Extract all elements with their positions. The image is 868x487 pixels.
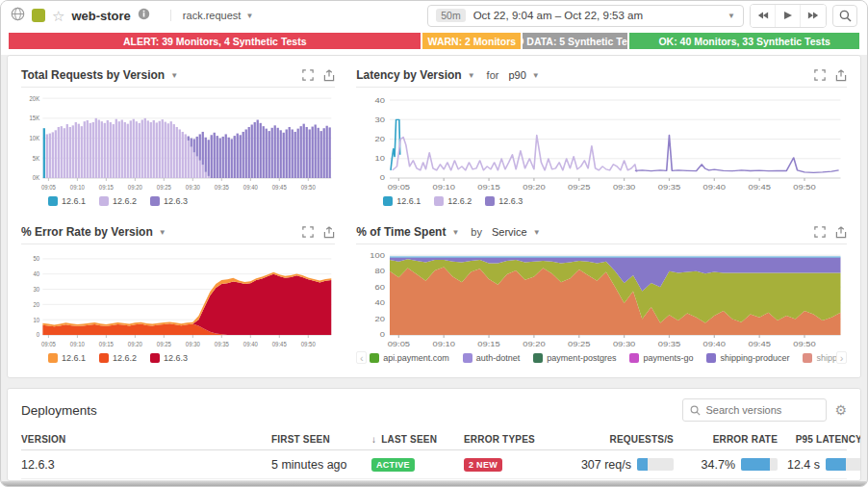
svg-text:09:50: 09:50 <box>794 340 817 348</box>
charts-card: Total Requests by Version ▼ 0K5K10K15K20… <box>7 55 861 378</box>
meter-bar <box>741 458 778 471</box>
legend-swatch <box>150 196 160 206</box>
chevron-down-icon: ▼ <box>245 12 253 20</box>
legend-label: auth-dotnet <box>476 353 521 363</box>
chart-error-rate[interactable]: 0102030405009:0509:1009:1509:2009:2509:3… <box>21 246 335 349</box>
monitor-status-segment[interactable]: ALERT: 39 Monitors, 4 Synthetic Tests <box>9 33 421 49</box>
legend-item-12.6.1[interactable]: 12.6.1 <box>48 353 86 363</box>
legend-item-api.payment.com[interactable]: api.payment.com <box>370 353 449 363</box>
svg-text:09:05: 09:05 <box>41 340 56 347</box>
metric-selector-value: rack.request <box>183 10 242 21</box>
svg-text:09:10: 09:10 <box>433 340 456 348</box>
expand-icon[interactable] <box>302 226 314 238</box>
chevron-down-icon: ▼ <box>533 228 541 237</box>
legend-item-shipping-producer[interactable]: shipping-producer <box>706 353 789 363</box>
legend-total-requests: 12.6.112.6.212.6.3 <box>21 192 335 210</box>
legend-swatch <box>803 353 812 363</box>
legend-item-12.6.2[interactable]: 12.6.2 <box>99 353 137 363</box>
gear-icon[interactable]: ⚙ <box>834 403 847 417</box>
legend-item-12.6.2[interactable]: 12.6.2 <box>434 196 472 206</box>
favorite-star-icon[interactable]: ☆ <box>52 9 64 23</box>
chart-latency[interactable]: 01020304009:0509:1009:1509:2009:2509:300… <box>356 90 847 192</box>
zoom-search-button[interactable] <box>832 5 857 27</box>
legend-label: api.payment.com <box>383 353 449 363</box>
legend-item-12.6.1[interactable]: 12.6.1 <box>48 196 86 206</box>
time-forward-button[interactable] <box>801 5 826 27</box>
legend-item-12.6.3[interactable]: 12.6.3 <box>150 196 188 206</box>
svg-text:40: 40 <box>375 95 386 104</box>
new-errors-badge[interactable]: 2 NEW <box>464 458 502 472</box>
metric-selector[interactable]: rack.request ▼ <box>170 10 253 21</box>
svg-text:09:40: 09:40 <box>243 340 258 347</box>
column-header-last-seen[interactable]: ↓ LAST SEEN <box>371 434 464 445</box>
legend-item-12.6.2[interactable]: 12.6.2 <box>99 196 137 206</box>
percentile-selector[interactable]: p90 <box>508 69 525 81</box>
time-play-button[interactable] <box>776 5 801 27</box>
legend-item-shipp[interactable]: shipp <box>803 353 837 363</box>
legend-label: 12.6.1 <box>62 353 86 363</box>
svg-text:09:50: 09:50 <box>301 340 316 347</box>
chart-total-requests[interactable]: 0K5K10K15K20K09:0509:1009:1509:2009:2509… <box>21 90 335 192</box>
expand-icon[interactable] <box>814 226 826 238</box>
legend-error-rate: 12.6.112.6.212.6.3 <box>21 349 335 367</box>
monitor-status-segment[interactable]: OK: 40 Monitors, 33 Synthetic Tests <box>629 33 859 49</box>
svg-text:09:40: 09:40 <box>243 183 258 191</box>
chevron-down-icon: ▼ <box>170 71 178 80</box>
legend-swatch <box>485 196 495 206</box>
panel-title-error-rate[interactable]: % Error Rate by Version <box>21 225 153 239</box>
svg-text:09:35: 09:35 <box>215 183 229 191</box>
deployments-table: VERSIONFIRST SEEN↓ LAST SEENERROR TYPESR… <box>21 429 847 481</box>
column-header-error-types[interactable]: ERROR TYPES <box>464 434 579 445</box>
panel-error-rate: % Error Rate by Version ▼ 0102030405009:… <box>21 220 335 372</box>
legend-swatch <box>99 353 109 363</box>
svg-text:09:15: 09:15 <box>99 183 114 191</box>
panel-title-time-spent[interactable]: % of Time Spent <box>356 225 446 239</box>
search-versions-input[interactable] <box>705 404 811 416</box>
svg-text:09:15: 09:15 <box>478 183 501 192</box>
table-row[interactable]: 12.6.35 minutes agoACTIVE2 NEW307 req/s3… <box>21 450 847 479</box>
export-icon[interactable] <box>323 69 335 82</box>
svg-text:40: 40 <box>375 298 386 307</box>
legend-swatch <box>370 353 379 363</box>
svg-text:09:20: 09:20 <box>523 340 546 348</box>
legend-item-12.6.3[interactable]: 12.6.3 <box>485 196 523 206</box>
legend-scroll-right[interactable]: › <box>836 351 847 364</box>
column-header-first-seen[interactable]: FIRST SEEN <box>271 434 371 445</box>
legend-item-payments-go[interactable]: payments-go <box>629 353 693 363</box>
chart-time-spent[interactable]: 02040608010009:0509:1009:1509:2009:2509:… <box>356 246 847 349</box>
column-header-p95-latency[interactable]: P95 LATENCY <box>778 434 861 445</box>
column-header-error-rate[interactable]: ERROR RATE <box>674 434 778 445</box>
time-range-selector[interactable]: 50m Oct 22, 9:04 am – Oct 22, 9:53 am ▼ <box>427 5 744 27</box>
column-header-requests-s[interactable]: REQUESTS/S <box>579 434 674 445</box>
time-back-button[interactable] <box>751 5 776 27</box>
cell-error-types: 2 NEW <box>464 457 579 472</box>
info-icon[interactable] <box>138 7 150 24</box>
legend-item-12.6.3[interactable]: 12.6.3 <box>150 353 188 363</box>
legend-item-auth-dotnet[interactable]: auth-dotnet <box>463 353 521 363</box>
svg-text:09:15: 09:15 <box>99 340 114 347</box>
legend-label: 12.6.3 <box>164 196 188 206</box>
column-header-version[interactable]: VERSION <box>21 434 271 445</box>
legend-swatch <box>533 353 543 363</box>
groupby-selector[interactable]: Service <box>492 226 527 238</box>
expand-icon[interactable] <box>302 69 314 81</box>
monitor-status-segment[interactable]: NO DATA: 5 Synthetic Tests <box>523 33 627 49</box>
export-icon[interactable] <box>835 226 847 239</box>
legend-label: shipp <box>816 353 837 363</box>
deployments-title: Deployments <box>21 403 97 418</box>
svg-text:30: 30 <box>34 285 40 293</box>
panel-title-total-requests[interactable]: Total Requests by Version <box>21 68 165 82</box>
monitor-status-segment[interactable]: WARN: 2 Monitors <box>422 33 521 49</box>
cell-version: 12.6.3 <box>21 458 271 472</box>
svg-text:09:25: 09:25 <box>568 183 591 192</box>
legend-scroll-left[interactable]: ‹ <box>356 351 367 364</box>
legend-item-payment-postgres[interactable]: payment-postgres <box>533 353 616 363</box>
top-bar: ☆ web-store rack.request ▼ 50m Oct 22, 9… <box>1 1 867 30</box>
export-icon[interactable] <box>835 69 847 82</box>
expand-icon[interactable] <box>814 69 826 81</box>
svg-text:09:45: 09:45 <box>272 183 287 191</box>
svg-text:09:35: 09:35 <box>658 183 681 192</box>
panel-title-latency[interactable]: Latency by Version <box>356 68 461 82</box>
legend-item-12.6.1[interactable]: 12.6.1 <box>383 196 421 206</box>
export-icon[interactable] <box>323 226 335 239</box>
